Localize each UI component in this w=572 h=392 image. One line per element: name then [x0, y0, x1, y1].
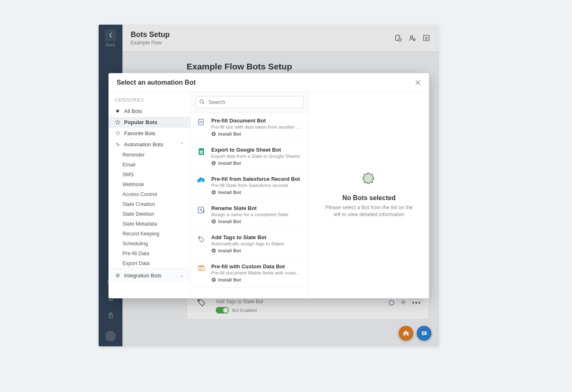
- bot-item-desc: Export data from a Slate to Google Sheet…: [211, 154, 303, 159]
- category-sub-item[interactable]: Slate Deletion: [108, 209, 190, 219]
- category-sub-item[interactable]: Access Control: [108, 189, 190, 199]
- category-item[interactable]: Favorite Bots: [108, 128, 190, 139]
- star-icon: [115, 120, 121, 125]
- tag-icon: [196, 234, 206, 244]
- plus-circle-icon: [211, 248, 216, 253]
- modal-title: Select an automation Bot: [117, 79, 415, 86]
- modal: Select an automation Bot CATEGORIES All …: [108, 73, 429, 298]
- install-button[interactable]: Install Bot: [211, 248, 303, 253]
- detail-subtitle: Please select a Bot from the list on the…: [324, 204, 414, 219]
- bot-item-desc: Pre-fill Slate from Salesforce records: [211, 183, 303, 188]
- category-sub-item[interactable]: Email: [108, 160, 190, 170]
- bot-item-title: Add Tags to Slate Bot: [211, 234, 303, 240]
- category-item[interactable]: All Bots: [108, 106, 190, 117]
- modal-overlay: Select an automation Bot CATEGORIES All …: [99, 25, 439, 346]
- install-button[interactable]: Install Bot: [211, 161, 303, 166]
- bot-item[interactable]: S Rename Slate Bot Assign a name for a c…: [191, 200, 309, 229]
- install-button[interactable]: Install Bot: [211, 131, 303, 136]
- chevron-up-icon: ⌃: [180, 142, 184, 147]
- doc-icon: [196, 118, 206, 127]
- bot-item-title: Pre-fill with Custom Data Bot: [211, 263, 303, 270]
- svg-point-19: [118, 145, 119, 146]
- svg-point-20: [116, 274, 120, 277]
- bolt-icon: [115, 273, 121, 278]
- categories-panel: CATEGORIES All BotsPopular BotsFavorite …: [108, 92, 191, 298]
- install-button[interactable]: Install Bot: [211, 190, 303, 195]
- install-label: Install Bot: [218, 248, 241, 253]
- install-label: Install Bot: [218, 190, 241, 195]
- category-label: Popular Bots: [124, 119, 157, 125]
- category-sub-item[interactable]: Reminder: [108, 150, 190, 160]
- sf-icon: [196, 176, 206, 186]
- plus-circle-icon: [211, 161, 216, 166]
- plus-circle-icon: [211, 131, 216, 136]
- close-button[interactable]: [415, 80, 421, 85]
- detail-title: No Bots selected: [342, 194, 396, 202]
- bot-list[interactable]: Pre-fill Document Bot Pre-fill doc with …: [191, 113, 309, 298]
- categories-heading: CATEGORIES: [108, 92, 190, 106]
- bot-item-title: Pre-fill from Salesforce Record Bot: [211, 176, 303, 182]
- category-label: All Bots: [124, 108, 142, 114]
- custom-icon: [196, 263, 206, 273]
- svg-point-18: [116, 143, 118, 144]
- search-icon: [199, 99, 205, 104]
- category-sub-item[interactable]: SMS: [108, 170, 190, 180]
- bot-item[interactable]: Pre-fill from Salesforce Record Bot Pre-…: [191, 171, 309, 200]
- install-label: Install Bot: [218, 219, 241, 224]
- chevron-down-icon: ⌄: [180, 273, 184, 278]
- install-label: Install Bot: [218, 161, 241, 166]
- svg-line-23: [203, 103, 204, 104]
- bot-list-panel: Pre-fill Document Bot Pre-fill doc with …: [191, 92, 309, 298]
- bot-item[interactable]: Add Tags to Slate Bot Automatically assi…: [191, 229, 309, 258]
- install-button[interactable]: Install Bot: [211, 277, 303, 282]
- plus-circle-icon: [211, 190, 216, 195]
- bot-item-desc: Automatically assign tags to Slates: [211, 241, 303, 246]
- category-item[interactable]: Integration Bots⌄: [108, 268, 190, 282]
- bot-item-title: Export to Google Sheet Bot: [211, 147, 303, 153]
- plus-circle-icon: [211, 277, 216, 282]
- bot-item-title: Pre-fill Document Bot: [211, 118, 303, 124]
- svg-rect-37: [199, 265, 203, 267]
- category-sub-item[interactable]: Slate Creation: [108, 199, 190, 209]
- close-icon: [415, 80, 421, 85]
- install-label: Install Bot: [218, 131, 241, 136]
- bot-item[interactable]: Pre-fill with Custom Data Bot Pre-fill d…: [191, 258, 309, 288]
- plus-circle-icon: [211, 219, 216, 224]
- category-sub-item[interactable]: Slate Metadata: [108, 219, 190, 229]
- rename-icon: S: [196, 205, 206, 215]
- category-sub-item[interactable]: Export Data: [108, 258, 190, 268]
- bot-item[interactable]: Export to Google Sheet Bot Export data f…: [191, 142, 309, 171]
- install-button[interactable]: Install Bot: [211, 219, 303, 224]
- svg-point-21: [117, 274, 119, 277]
- category-sub-item[interactable]: Record Keeping: [108, 229, 190, 239]
- category-label: Integration Bots: [124, 272, 161, 279]
- puzzle-icon: [361, 172, 377, 189]
- search-input[interactable]: [196, 96, 304, 108]
- bot-item-desc: Pre-fill doc with data taken from anothe…: [211, 125, 303, 129]
- install-label: Install Bot: [218, 277, 241, 282]
- detail-panel: No Bots selected Please select a Bot fro…: [309, 92, 429, 298]
- heart-icon: [115, 131, 121, 136]
- bot-item-desc: Pre-fill document fillable fields with c…: [211, 270, 303, 275]
- sheet-icon: [196, 147, 206, 157]
- category-sub-item[interactable]: Pre-fill Data: [108, 249, 190, 258]
- bot-item-title: Rename Slate Bot: [211, 205, 303, 211]
- category-item[interactable]: Automation Bots⌃: [108, 139, 190, 150]
- category-sub-item[interactable]: Webhook: [108, 180, 190, 189]
- bot-item[interactable]: Pre-fill Document Bot Pre-fill doc with …: [191, 113, 309, 142]
- category-item[interactable]: Popular Bots: [108, 117, 190, 128]
- category-sub-item[interactable]: Scheduling: [108, 239, 190, 249]
- bot-item-desc: Assign a name for a completed Slate: [211, 212, 303, 217]
- category-label: Favorite Bots: [124, 130, 156, 136]
- gears-icon: [115, 142, 121, 147]
- category-label: Automation Bots: [124, 141, 163, 148]
- svg-text:S: S: [200, 208, 202, 212]
- puzzle-icon: [115, 108, 121, 114]
